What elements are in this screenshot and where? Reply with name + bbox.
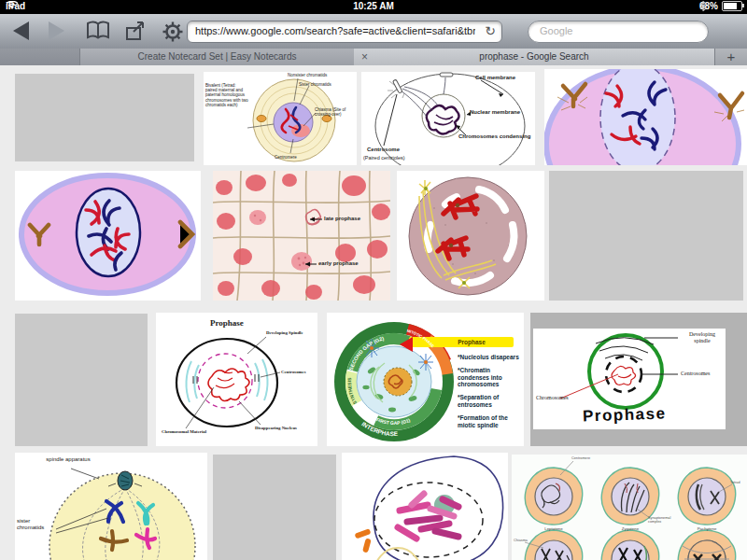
chromosomes-condensing-label: Chromosomes condensing — [458, 133, 530, 140]
image-result-bivalent-diagram[interactable]: Bivalent (Tetrad: paired maternal and pa… — [204, 72, 357, 165]
image-result-placeholder[interactable] — [15, 314, 148, 446]
micrograph-art — [213, 171, 390, 301]
tetrad-label: Tetrad — [730, 481, 740, 484]
back-button[interactable] — [13, 21, 29, 40]
early-prophase-label: early prophase — [318, 260, 359, 267]
image-result-placeholder[interactable] — [213, 455, 336, 560]
prophase-bullet-list: *Nucleolus disapears *Chromatin condense… — [458, 354, 519, 434]
cell-membrane-label: Cell membrane — [475, 75, 515, 81]
bluetooth-icon — [699, 1, 707, 11]
battery-icon — [722, 1, 742, 11]
close-tab-icon[interactable]: × — [361, 49, 368, 65]
meiosis-art — [512, 455, 747, 560]
sketch-developing-spindle-label: Developing spindle — [681, 331, 724, 344]
bullet-4: *Formation of the miotic spindle — [458, 414, 519, 429]
nuclear-membrane-label: Nuclear membrane — [470, 109, 520, 116]
image-result-meiosis-stages[interactable]: Leptotene Zygotene Pachytene Centromere … — [512, 455, 747, 560]
developing-spindle-label: Developing Spindle — [266, 330, 303, 336]
centrosome-label: Centrosome — [367, 147, 400, 153]
bullet-3: *Separation of entrosomes — [458, 394, 519, 409]
chiasma-label: Chiasma (Site of crossing-over) — [315, 107, 354, 117]
centromere-label: Centromere — [275, 155, 297, 160]
prophase-highlight-label: Prophase — [439, 339, 504, 345]
chiasma-stage-label: Chiasma — [514, 539, 528, 542]
spindle-apparatus-label: spindle apparatus — [39, 456, 97, 463]
status-bar: iPad 10:25 AM 68% — [0, 0, 747, 14]
spindle-art — [15, 453, 207, 560]
clock: 10:25 AM — [0, 1, 747, 11]
new-tab-button[interactable]: + — [714, 49, 747, 65]
mauve-cell-art — [397, 171, 544, 301]
image-result-spindle-apparatus[interactable]: spindle apparatus sister chromatids — [15, 453, 207, 560]
pink-cell-art — [342, 453, 508, 560]
sister-chromatids-label: sister chromatids — [17, 518, 56, 531]
image-result-prophase-micrograph[interactable]: late prophase early prophase — [213, 171, 390, 301]
image-result-cell-cycle[interactable]: , SECOND GAP (G2) SYNTHESIS FIRST GAP (G… — [327, 313, 524, 446]
pachytene-label: Pachytene — [693, 526, 721, 531]
bullet-1: *Nucleolus disapears — [458, 354, 519, 361]
search-field[interactable]: Google — [528, 21, 709, 43]
forward-button[interactable] — [49, 21, 64, 40]
image-result-purple-oval-cell[interactable] — [15, 171, 201, 301]
safari-window: iPad 10:25 AM 68% — [0, 0, 747, 560]
tab-prophase-search[interactable]: × prophase - Google Search — [354, 49, 715, 65]
bookmarks-icon[interactable] — [86, 21, 110, 41]
image-result-condensing-diagram[interactable]: Cell membrane Nuclear membrane Chromosom… — [361, 72, 535, 165]
tab-bar: Create Notecard Set | Easy Notecards × p… — [0, 49, 747, 65]
reload-icon[interactable]: ↻ — [485, 23, 496, 38]
image-result-prophase-sketch[interactable]: Developing spindle Centrosomes Chromosom… — [530, 313, 747, 446]
sketch-chromosomes-label: Chromosomes — [536, 395, 569, 401]
zygotene-label: Zygotene — [616, 526, 644, 531]
centrosomes-label: Centrosomes — [281, 370, 306, 375]
nonsister-label: Nonsister chromatids — [288, 73, 327, 77]
url-bar[interactable]: https://www.google.com/search?safe=activ… — [187, 21, 502, 43]
tab-easy-notecards[interactable]: Create Notecard Set | Easy Notecards — [79, 49, 355, 65]
sketch-title: Prophase — [583, 404, 667, 426]
outline-title: Prophase — [210, 318, 244, 328]
url-text: https://www.google.com/search?safe=activ… — [195, 25, 475, 36]
synaptonemal-label: Synaptonemal complex — [648, 516, 680, 525]
sister-label: Sister chromatids — [299, 82, 331, 87]
disappearing-nucleus-label: Disappearing Nucleus — [255, 426, 297, 431]
search-placeholder: Google — [540, 25, 572, 36]
settings-gear-icon[interactable] — [162, 21, 184, 43]
image-result-placeholder[interactable] — [549, 171, 743, 301]
sketch-centrosomes-label: Centrosomes — [681, 371, 710, 377]
tab-title: prophase - Google Search — [479, 51, 588, 62]
share-icon[interactable] — [124, 21, 148, 41]
late-prophase-label: late prophase — [324, 216, 360, 222]
purple-cell-art — [544, 69, 747, 165]
image-result-purple-cell-top[interactable] — [544, 69, 747, 165]
leptotene-label: Leptotene — [540, 526, 568, 531]
centrosome-sub-label: (Paired centrioles) — [363, 155, 405, 161]
image-result-prophase-outline[interactable]: Prophase Developing Spindle Centrosomes … — [156, 313, 317, 446]
meiosis-centromere-label: Centromere — [571, 456, 590, 460]
purple-oval-art — [15, 171, 201, 301]
image-result-placeholder[interactable] — [15, 74, 194, 161]
bullet-2: *Chromatin condenses into chromosomes — [458, 367, 519, 388]
browser-toolbar: https://www.google.com/search?safe=activ… — [0, 14, 747, 49]
image-result-pink-chromosome-cell[interactable] — [342, 453, 508, 560]
bivalent-caption: Bivalent (Tetrad: paired maternal and pa… — [205, 83, 248, 107]
image-result-mauve-cell[interactable] — [397, 171, 544, 301]
chromosomal-material-label: Chromosomal Material — [162, 429, 206, 435]
